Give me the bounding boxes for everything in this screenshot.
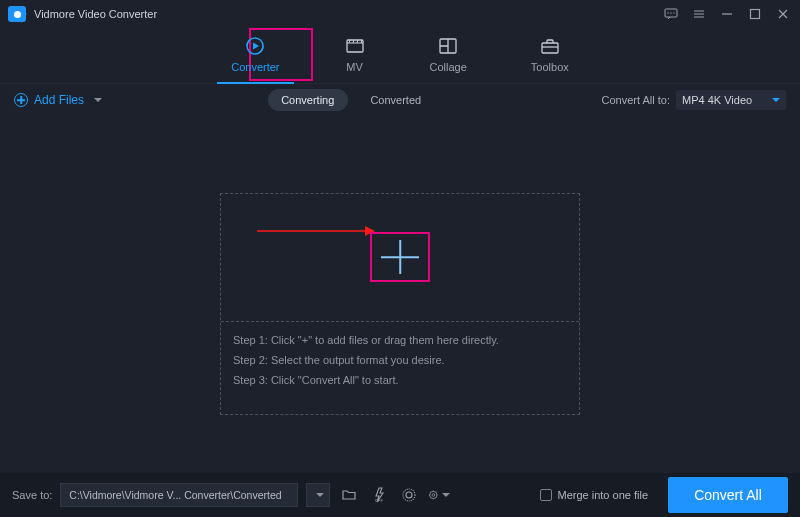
step-2: Step 2: Select the output format you des… <box>233 354 567 366</box>
svg-point-1 <box>667 12 668 13</box>
convert-all-to-label: Convert All to: <box>602 94 670 106</box>
add-files-plus[interactable] <box>370 232 430 282</box>
subtab-converted[interactable]: Converted <box>356 89 436 111</box>
svg-point-2 <box>670 12 671 13</box>
dropzone: Step 1: Click "+" to add files or drag t… <box>220 193 580 415</box>
checkbox-icon[interactable] <box>540 489 552 501</box>
mv-icon <box>344 35 366 57</box>
menu-icon[interactable] <box>690 0 708 28</box>
toolbar: Add Files Converting Converted Convert A… <box>0 84 800 116</box>
save-to-label: Save to: <box>12 489 52 501</box>
add-files-button[interactable]: Add Files <box>14 93 102 107</box>
feedback-icon[interactable] <box>662 0 680 28</box>
svg-point-11 <box>403 489 415 501</box>
svg-text:OFF: OFF <box>375 498 384 503</box>
output-path-text: C:\Vidmore\Vidmore V... Converter\Conver… <box>69 489 281 501</box>
minimize-button[interactable] <box>718 0 736 28</box>
bottom-bar: Save to: C:\Vidmore\Vidmore V... Convert… <box>0 473 800 517</box>
svg-rect-4 <box>751 10 760 19</box>
merge-label: Merge into one file <box>558 489 649 501</box>
convert-all-label: Convert All <box>694 487 762 503</box>
chevron-down-icon <box>316 493 324 497</box>
output-format-value: MP4 4K Video <box>682 94 752 106</box>
settings-button[interactable] <box>428 484 450 506</box>
add-files-label: Add Files <box>34 93 84 107</box>
convert-all-button[interactable]: Convert All <box>668 477 788 513</box>
main-tabs: Converter MV Collage Toolbox <box>0 28 800 84</box>
plus-icon <box>14 93 28 107</box>
svg-point-3 <box>673 12 674 13</box>
svg-rect-8 <box>542 43 558 53</box>
chevron-down-icon <box>94 98 102 102</box>
collage-icon <box>437 35 459 57</box>
app-logo <box>8 6 26 22</box>
tab-label: MV <box>346 61 363 73</box>
tab-label: Toolbox <box>531 61 569 73</box>
high-speed-button[interactable] <box>398 484 420 506</box>
tab-mv[interactable]: MV <box>336 31 374 83</box>
hardware-accel-button[interactable]: OFF <box>368 484 390 506</box>
merge-into-one-file[interactable]: Merge into one file <box>540 489 649 501</box>
close-button[interactable] <box>774 0 792 28</box>
app-title: Vidmore Video Converter <box>34 8 157 20</box>
tab-collage[interactable]: Collage <box>422 31 475 83</box>
output-format-dropdown[interactable]: MP4 4K Video <box>676 90 786 110</box>
converter-icon <box>244 35 266 57</box>
tab-label: Collage <box>430 61 467 73</box>
maximize-button[interactable] <box>746 0 764 28</box>
svg-point-12 <box>406 492 412 498</box>
dropzone-top[interactable] <box>221 194 579 322</box>
output-path-dropdown[interactable] <box>306 483 330 507</box>
step-3: Step 3: Click "Convert All" to start. <box>233 374 567 386</box>
toolbox-icon <box>539 35 561 57</box>
tab-label: Converter <box>231 61 279 73</box>
svg-point-14 <box>432 494 435 497</box>
title-bar: Vidmore Video Converter <box>0 0 800 28</box>
subtab-label: Converted <box>370 94 421 106</box>
dropzone-instructions: Step 1: Click "+" to add files or drag t… <box>221 322 579 414</box>
chevron-down-icon <box>442 493 450 497</box>
subtab-label: Converting <box>281 94 334 106</box>
subtab-converting[interactable]: Converting <box>268 89 348 111</box>
tab-converter[interactable]: Converter <box>223 31 287 83</box>
step-1: Step 1: Click "+" to add files or drag t… <box>233 334 567 346</box>
chevron-down-icon <box>772 98 780 102</box>
tab-toolbox[interactable]: Toolbox <box>523 31 577 83</box>
output-path[interactable]: C:\Vidmore\Vidmore V... Converter\Conver… <box>60 483 298 507</box>
drop-area: Step 1: Click "+" to add files or drag t… <box>0 116 800 473</box>
open-folder-button[interactable] <box>338 484 360 506</box>
